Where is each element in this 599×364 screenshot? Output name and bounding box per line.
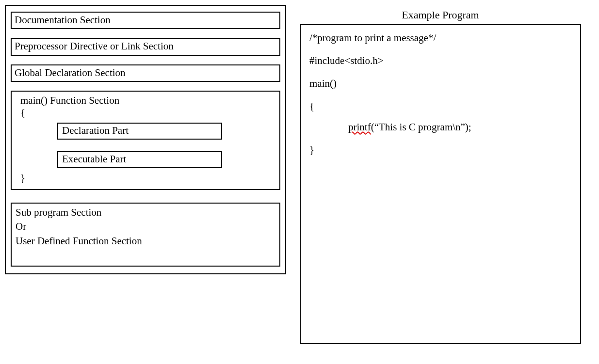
example-program-box: /*program to print a message*/ #include<…: [300, 24, 581, 344]
main-open-brace: {: [20, 107, 275, 119]
sub-program-line1: Sub program Section: [16, 206, 275, 220]
preprocessor-section-box: Preprocessor Directive or Link Section: [11, 38, 280, 55]
code-printf-keyword: printf: [348, 121, 371, 133]
code-close-brace: }: [309, 144, 571, 156]
main-function-section-box: main() Function Section { Declaration Pa…: [11, 91, 280, 190]
documentation-section-label: Documentation Section: [15, 14, 111, 26]
executable-part-label: Executable Part: [62, 153, 126, 165]
sub-program-section-box: Sub program Section Or User Defined Func…: [11, 203, 280, 267]
sub-program-line3: User Defined Function Section: [16, 234, 275, 248]
structure-panel: Documentation Section Preprocessor Direc…: [5, 5, 286, 274]
code-main: main(): [309, 78, 571, 90]
global-declaration-section-box: Global Declaration Section: [11, 64, 280, 82]
main-close-brace: }: [20, 172, 275, 184]
code-open-brace: {: [309, 100, 571, 112]
executable-part-box: Executable Part: [57, 151, 222, 168]
documentation-section-box: Documentation Section: [11, 12, 280, 29]
code-include: #include<stdio.h>: [309, 55, 571, 67]
preprocessor-section-label: Preprocessor Directive or Link Section: [15, 40, 174, 52]
sub-program-line2: Or: [16, 220, 275, 234]
example-panel-wrap: Example Program /*program to print a mes…: [300, 5, 581, 344]
global-declaration-section-label: Global Declaration Section: [15, 67, 126, 79]
code-printf-line: printf(“This is C program\n”);: [309, 121, 571, 133]
code-printf-args: (“This is C program\n”);: [371, 121, 471, 133]
main-function-title: main() Function Section: [20, 95, 275, 107]
declaration-part-box: Declaration Part: [57, 123, 222, 140]
diagram-root: Documentation Section Preprocessor Direc…: [5, 5, 594, 344]
code-comment: /*program to print a message*/: [309, 32, 571, 44]
example-program-title: Example Program: [402, 9, 479, 21]
declaration-part-label: Declaration Part: [62, 125, 129, 136]
